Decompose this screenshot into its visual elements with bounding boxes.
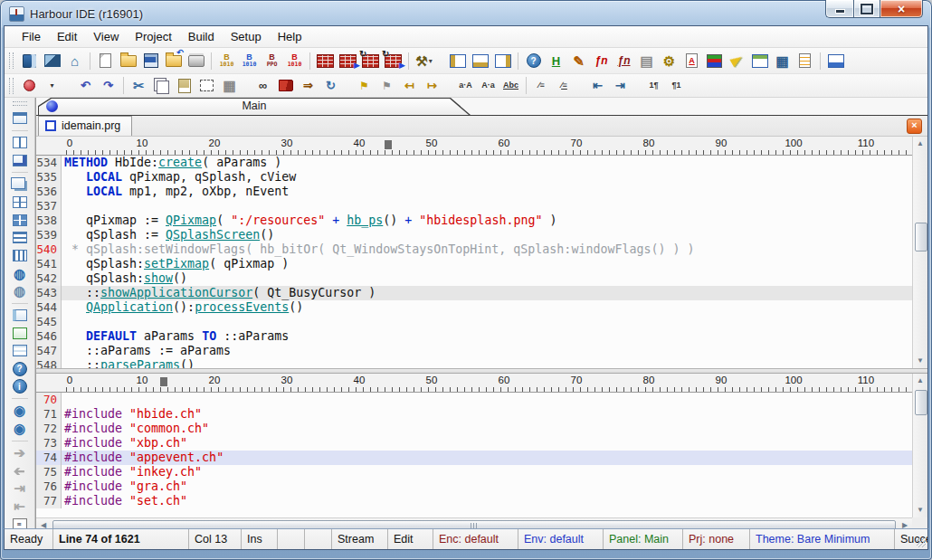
copy-button[interactable] <box>151 76 172 96</box>
doc-viewer-button[interactable] <box>794 51 815 71</box>
code-line-535[interactable]: 535 LOCAL qPixmap, qSplash, cView <box>36 170 912 185</box>
build-project-button[interactable] <box>315 51 336 71</box>
search-sphere-2-button[interactable]: ◉ <box>9 420 31 438</box>
globe-remove-button[interactable]: ◍ <box>9 282 31 300</box>
code-line-74[interactable]: 74#include "appevent.ch" <box>36 451 912 465</box>
menu-build[interactable]: Build <box>180 28 223 45</box>
to-lower-button[interactable]: A·a <box>478 76 499 96</box>
scroll-down-icon[interactable] <box>913 503 927 517</box>
code-line-541[interactable]: 541 qSplash:setPixmap( qPixmap ) <box>36 257 912 271</box>
code-line-536[interactable]: 536 LOCAL mp1, mp2, oXbp, nEvent <box>36 185 912 199</box>
shift-right-button[interactable]: ⇥ <box>610 76 631 96</box>
columns-layout-button[interactable] <box>9 247 31 265</box>
code-line-547[interactable]: 547 ::aParams := aParams <box>36 344 912 358</box>
line-number-544[interactable]: 544 <box>36 300 62 315</box>
exit-ide-button[interactable] <box>19 51 40 71</box>
line-number-548[interactable]: 548 <box>36 358 62 368</box>
line-number-543[interactable]: 543 <box>36 286 62 300</box>
select-rect-button[interactable] <box>196 76 217 96</box>
home-button[interactable]: ⌂ <box>64 51 85 71</box>
highlighter-button[interactable] <box>727 51 747 71</box>
panel-plain-button[interactable] <box>9 307 31 325</box>
changelog-button[interactable]: A <box>681 51 702 71</box>
tab-main[interactable]: Main <box>38 98 471 115</box>
code-line-545[interactable]: 545 <box>36 315 912 329</box>
ruler-bottom[interactable]: 0102030405060708090100110 <box>36 374 912 393</box>
scroll-up-icon[interactable] <box>913 137 927 151</box>
invert-case-button[interactable]: Abc <box>500 76 521 96</box>
rebuild-project-button[interactable] <box>360 51 381 71</box>
revert-file-button[interactable] <box>163 51 184 71</box>
search-sphere-1-button[interactable]: ◉ <box>9 402 31 420</box>
build-launch-button[interactable] <box>338 51 358 71</box>
nav-first-button[interactable]: ⇤ <box>9 498 31 516</box>
code-area-bottom[interactable]: 7071#include "hbide.ch"72#include "commo… <box>36 393 912 517</box>
help-button[interactable]: ? <box>523 51 544 71</box>
code-line-544[interactable]: 544 QApplication():processEvents() <box>36 300 912 315</box>
code-line-548[interactable]: 548 ::parseParams() <box>36 358 912 368</box>
mark-set-button[interactable]: ⚑ <box>354 76 375 96</box>
close-tab-button[interactable]: × <box>907 119 922 134</box>
find-in-files-button[interactable] <box>275 76 296 96</box>
menu-view[interactable]: View <box>85 28 127 45</box>
select-special-button[interactable]: ▦ <box>219 76 240 96</box>
help-view-button[interactable]: ? <box>9 360 31 378</box>
title-bar[interactable]: Harbour IDE (r16901) × <box>5 2 927 25</box>
functions-list-button[interactable]: ƒn <box>591 51 612 71</box>
line-number-73[interactable]: 73 <box>36 436 62 451</box>
ruler-top[interactable]: 0102030405060708090100110 <box>36 137 912 156</box>
line-number-537[interactable]: 537 <box>36 199 62 214</box>
close-window-button[interactable]: × <box>880 0 923 18</box>
code-line-546[interactable]: 546 DEFAULT aParams TO ::aParams <box>36 329 912 344</box>
tools-button[interactable]: ⚒▾ <box>414 51 434 71</box>
line-number-75[interactable]: 75 <box>36 465 62 479</box>
code-line-73[interactable]: 73#include "xbp.ch" <box>36 436 912 451</box>
menu-file[interactable]: File <box>14 28 49 45</box>
panel-right-toggle-button[interactable] <box>492 51 513 71</box>
compile-button[interactable]: 1010 <box>284 51 305 71</box>
show-desktop-button[interactable] <box>42 51 62 71</box>
comment-stream-button[interactable]: ∕≡ <box>531 76 552 96</box>
vscroll-bottom[interactable] <box>912 374 927 517</box>
code-line-542[interactable]: 542 qSplash:show() <box>36 271 912 286</box>
cascade-windows-button[interactable] <box>9 176 31 194</box>
code-line-534[interactable]: 534METHOD HbIde:create( aParams ) <box>36 156 912 170</box>
preprocess-button[interactable]: 1010 <box>239 51 260 71</box>
line-number-74[interactable]: 74 <box>36 451 62 465</box>
scroll-down-icon[interactable] <box>913 354 927 368</box>
record-menu-button[interactable]: ▾ <box>42 76 62 96</box>
editor-panel-button[interactable] <box>749 51 770 71</box>
line-number-76[interactable]: 76 <box>36 479 62 494</box>
cut-button[interactable]: ✂ <box>128 76 149 96</box>
code-line-70[interactable]: 70 <box>36 393 912 407</box>
save-layout-button[interactable] <box>9 151 31 169</box>
goto-line-button[interactable]: ⇒ <box>298 76 319 96</box>
mark-clear-button[interactable]: ⚑ <box>376 76 397 96</box>
line-number-72[interactable]: 72 <box>36 422 62 436</box>
rebuild-launch-button[interactable] <box>383 51 404 71</box>
new-file-button[interactable] <box>95 51 116 71</box>
line-number-534[interactable]: 534 <box>36 156 62 170</box>
paste-button[interactable] <box>174 76 195 96</box>
line-number-535[interactable]: 535 <box>36 170 62 185</box>
to-upper-button[interactable]: a·A <box>455 76 476 96</box>
split-editor-button[interactable] <box>9 133 31 151</box>
comment-line-button[interactable]: ∕≡ <box>554 76 575 96</box>
tile-windows-button[interactable] <box>9 194 31 212</box>
line-number-539[interactable]: 539 <box>36 228 62 242</box>
generate-ppo-button[interactable]: PPO <box>262 51 282 71</box>
preferences-button[interactable]: ⚙ <box>659 51 680 71</box>
panel-bottom-toggle-button[interactable] <box>470 51 490 71</box>
quick-edit-button[interactable]: ✎ <box>568 51 589 71</box>
line-number-546[interactable]: 546 <box>36 329 62 344</box>
open-file-button[interactable] <box>118 51 138 71</box>
line-to-stream-button[interactable]: 1¶ <box>643 76 664 96</box>
line-number-536[interactable]: 536 <box>36 185 62 199</box>
panel-active-button[interactable] <box>9 324 31 342</box>
line-number-538[interactable]: 538 <box>36 214 62 228</box>
code-line-72[interactable]: 72#include "common.ch" <box>36 422 912 436</box>
mark-prev-button[interactable]: ↤ <box>399 76 420 96</box>
mark-next-button[interactable]: ↦ <box>422 76 442 96</box>
menu-edit[interactable]: Edit <box>49 28 85 45</box>
stream-to-line-button[interactable]: ¶1 <box>666 76 687 96</box>
